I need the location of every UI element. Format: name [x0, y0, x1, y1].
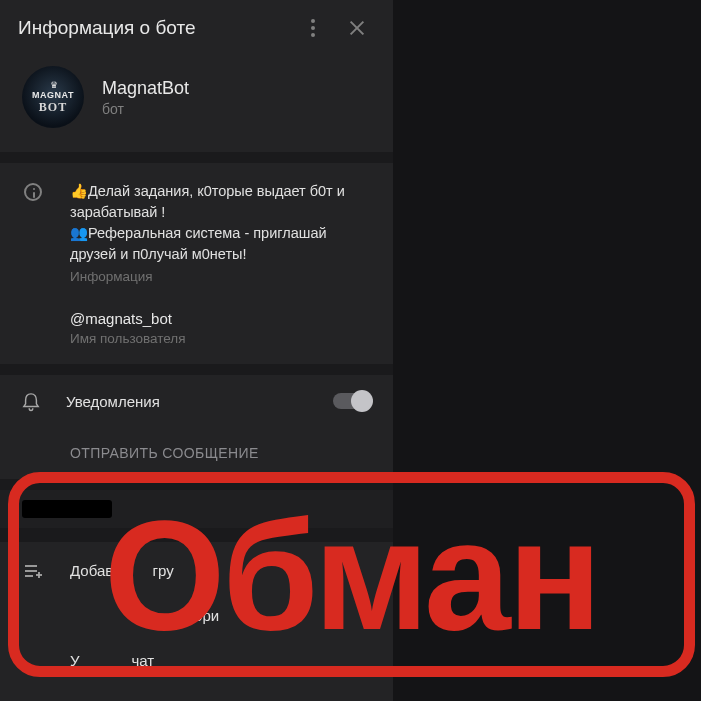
avatar-text-line2: BOT: [39, 101, 67, 113]
more-options-button[interactable]: [295, 10, 331, 46]
notifications-label: Уведомления: [66, 393, 307, 410]
section-divider: [0, 528, 393, 542]
bot-info-panel: Информация о боте ♛ MAGNAT BOT MagnatBot…: [0, 0, 393, 701]
redacted-row: [0, 490, 393, 528]
chat-background: [393, 0, 701, 701]
username-section[interactable]: @magnats_bot Имя пользователя: [0, 302, 393, 364]
clear-history-button[interactable]: Очистить истори: [0, 593, 393, 638]
section-divider: [0, 364, 393, 375]
bio-section[interactable]: 👍Делай задания, к0торые выдает б0т и зар…: [0, 163, 393, 302]
send-message-button[interactable]: ОТПРАВИТЬ СООБЩЕНИЕ: [0, 427, 393, 479]
bio-caption: Информация: [70, 269, 371, 284]
close-icon: [348, 19, 366, 37]
header-actions: [295, 10, 375, 46]
notifications-toggle[interactable]: [333, 393, 371, 409]
toggle-knob: [351, 390, 373, 412]
action-list: Добавить в гру Очистить истори Удалить ч…: [0, 542, 393, 683]
bot-subtitle: бот: [102, 101, 189, 117]
header-title: Информация о боте: [18, 17, 295, 39]
avatar-text-line1: MAGNAT: [32, 91, 74, 100]
panel-header: Информация о боте: [0, 0, 393, 56]
info-icon: [24, 183, 42, 201]
list-add-icon: [22, 563, 44, 579]
bio-line-2: 👥Реферальная система - приглашай друзей …: [70, 223, 371, 265]
username-caption: Имя пользователя: [70, 331, 371, 346]
profile-section: ♛ MAGNAT BOT MagnatBot бот: [0, 56, 393, 152]
notifications-row[interactable]: Уведомления: [0, 375, 393, 427]
action-label: Добавить в гру: [70, 562, 174, 579]
bell-icon: [22, 391, 40, 411]
section-divider: [0, 479, 393, 490]
action-label: Очистить истори: [70, 607, 219, 624]
section-divider: [0, 152, 393, 163]
close-button[interactable]: [339, 10, 375, 46]
action-label: Удалить чат: [70, 652, 154, 669]
more-vertical-icon: [311, 19, 315, 37]
bio-line-1: 👍Делай задания, к0торые выдает б0т и зар…: [70, 181, 371, 223]
username-value: @magnats_bot: [70, 310, 371, 327]
redacted-content: [22, 500, 112, 518]
delete-chat-button[interactable]: Удалить чат: [0, 638, 393, 683]
avatar[interactable]: ♛ MAGNAT BOT: [22, 66, 84, 128]
bot-name: MagnatBot: [102, 78, 189, 99]
crown-icon: ♛: [50, 81, 57, 90]
add-to-group-button[interactable]: Добавить в гру: [0, 548, 393, 593]
